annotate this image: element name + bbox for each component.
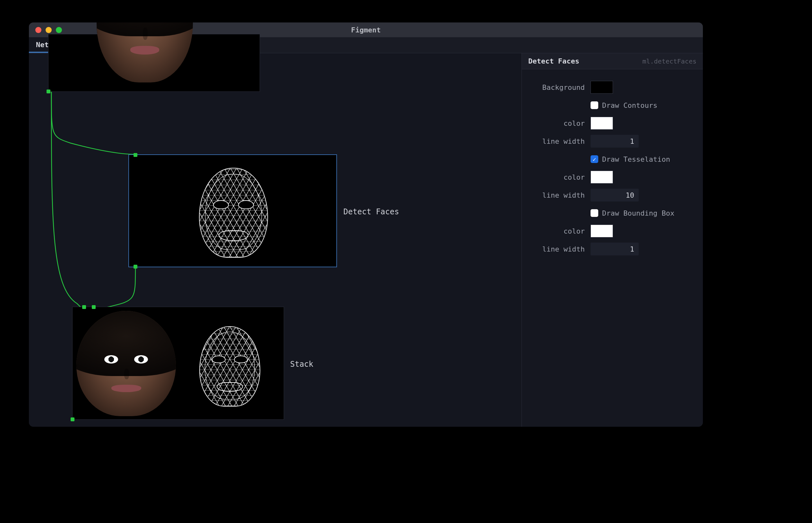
node-label-stack: Stack (290, 360, 313, 369)
label-draw-tesselation: Draw Tesselation (602, 155, 670, 163)
label-background: Background (530, 84, 585, 91)
row-bbox-linewidth: line width 1 (530, 240, 694, 258)
tesselation-line-width-field[interactable]: 10 (591, 189, 639, 201)
node-label-detect-faces: Detect Faces (343, 207, 399, 216)
label-bbox-linewidth: line width (530, 245, 585, 253)
node-input-image[interactable] (48, 34, 260, 92)
checkbox-draw-contours[interactable] (591, 102, 598, 109)
bbox-color-swatch[interactable] (591, 224, 613, 237)
face-mesh-preview (199, 326, 260, 407)
label-draw-bbox: Draw Bounding Box (602, 209, 674, 217)
background-color-swatch[interactable] (591, 81, 613, 94)
contours-color-swatch[interactable] (591, 117, 613, 130)
node-detect-faces[interactable] (128, 154, 337, 267)
row-tesselation-linewidth: line width 10 (530, 186, 694, 204)
node-graph-canvas[interactable]: Detect Faces Stack (29, 53, 522, 427)
face-image (76, 311, 176, 416)
minimize-icon[interactable] (46, 27, 52, 33)
content-area: Detect Faces Stack (29, 53, 703, 427)
window-traffic-lights (35, 27, 62, 33)
row-tesselation-color: color (530, 168, 694, 186)
maximize-icon[interactable] (56, 27, 62, 33)
close-icon[interactable] (35, 27, 41, 33)
tesselation-color-swatch[interactable] (591, 171, 613, 183)
label-contour-color: color (530, 119, 585, 127)
input-port[interactable] (133, 153, 137, 157)
row-draw-contours: Draw Contours (530, 96, 694, 114)
app-window: Figment Network (29, 22, 703, 427)
face-image (96, 22, 193, 83)
bbox-line-width-field[interactable]: 1 (591, 242, 639, 255)
row-draw-tesselation: ✓ Draw Tesselation (530, 150, 694, 168)
input-port-1[interactable] (82, 305, 86, 309)
label-draw-contours: Draw Contours (602, 102, 657, 109)
inspector-node-path: ml.detectFaces (642, 57, 697, 65)
row-contours-linewidth: line width 1 (530, 132, 694, 150)
label-contour-linewidth: line width (530, 137, 585, 145)
contours-line-width-field[interactable]: 1 (591, 135, 639, 148)
row-background: Background (530, 78, 694, 96)
label-tesselation-linewidth: line width (530, 191, 585, 199)
row-draw-bbox: Draw Bounding Box (530, 204, 694, 222)
checkbox-draw-tesselation[interactable]: ✓ (591, 155, 598, 163)
output-port[interactable] (71, 417, 74, 421)
label-tesselation-color: color (530, 173, 585, 181)
checkbox-draw-bbox[interactable] (591, 209, 598, 217)
node-stack[interactable] (72, 307, 284, 420)
output-port[interactable] (133, 265, 137, 269)
inspector-header: Detect Faces ml.detectFaces (522, 53, 703, 69)
row-contours-color: color (530, 114, 694, 132)
output-port[interactable] (47, 90, 50, 93)
input-port-2[interactable] (92, 305, 96, 309)
inspector-panel: Detect Faces ml.detectFaces Background D… (522, 53, 703, 427)
inspector-title: Detect Faces (528, 57, 579, 65)
row-bbox-color: color (530, 222, 694, 240)
inspector-body: Background Draw Contours color (522, 69, 703, 267)
face-mesh-preview (199, 168, 268, 258)
label-bbox-color: color (530, 227, 585, 235)
